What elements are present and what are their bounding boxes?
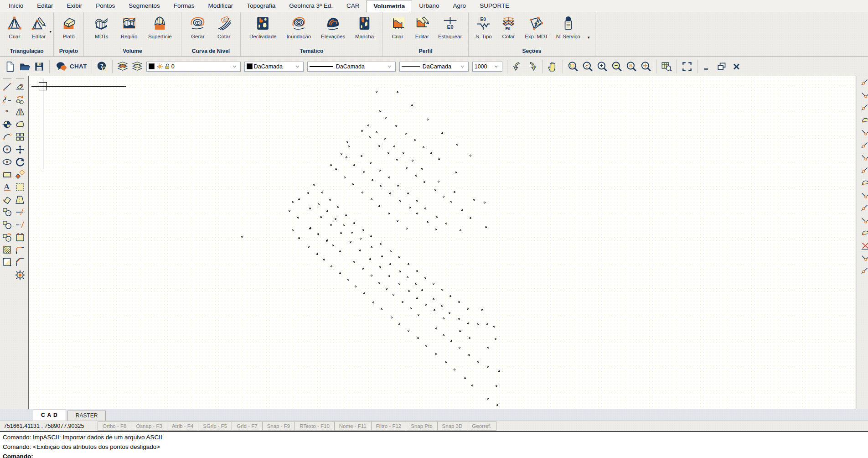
ribbon-item-curva-de-nivel-gerar[interactable]: Gerar	[188, 14, 207, 40]
ribbon-item-secoes-colar[interactable]: E0Colar	[499, 14, 518, 40]
table-search-icon[interactable]	[661, 61, 672, 73]
status-toggle-filtro-f12[interactable]: Filtro - F12	[371, 422, 407, 431]
menu-inicio[interactable]: Início	[2, 0, 30, 12]
pad-icon[interactable]	[15, 232, 26, 243]
cad-canvas[interactable]	[28, 76, 856, 409]
ribbon-item-volume-regiao[interactable]: Região	[119, 14, 139, 40]
trim-icon[interactable]	[15, 207, 26, 218]
snap-frag-d-icon[interactable]	[861, 241, 868, 251]
undo-icon[interactable]	[512, 61, 523, 73]
zoom-dynamic-icon[interactable]	[582, 61, 594, 73]
snap-frag-b-icon[interactable]	[861, 90, 868, 100]
polyline-icon[interactable]	[2, 94, 13, 105]
eraser-icon[interactable]	[15, 81, 26, 92]
new-file-icon[interactable]	[4, 61, 16, 73]
circle-icon[interactable]	[2, 144, 13, 155]
color-combo[interactable]: DaCamada	[244, 62, 304, 72]
snap-frag-b-icon[interactable]	[861, 153, 868, 163]
attrib-edit-icon[interactable]: 8	[2, 232, 13, 243]
array-icon[interactable]	[15, 131, 26, 142]
divide-icon[interactable]	[2, 119, 13, 130]
snap-frag-a-icon[interactable]	[861, 78, 868, 88]
menu-pontos[interactable]: Pontos	[89, 0, 122, 12]
attrib-value-icon[interactable]: 8	[2, 219, 13, 230]
status-toggle-osnap-f3[interactable]: Osnap - F3	[131, 422, 167, 431]
menu-volumetria[interactable]: Volumetria	[367, 0, 413, 12]
scale-combo[interactable]: 1000	[472, 62, 502, 72]
snap-frag-a-icon[interactable]	[861, 166, 868, 176]
menu-topografia[interactable]: Topografia	[240, 0, 282, 12]
menu-suporte[interactable]: SUPORTE	[473, 0, 516, 12]
status-toggle-georref[interactable]: Georref.	[467, 422, 496, 431]
menu-formas[interactable]: Formas	[167, 0, 202, 12]
chamfer-icon[interactable]	[15, 257, 26, 268]
snap-frag-b-icon[interactable]	[861, 191, 868, 201]
rectangle-icon[interactable]	[2, 169, 13, 180]
tab-raster[interactable]: RASTER	[67, 411, 106, 421]
ribbon-item-projeto-plato[interactable]: Platô	[59, 14, 78, 40]
snap-frag-b-icon[interactable]	[861, 253, 868, 263]
zoom-in-icon[interactable]	[596, 61, 608, 73]
ribbon-item-secoes-n-servico[interactable]: N. Serviço	[555, 14, 582, 40]
chevron-down-icon[interactable]	[459, 63, 466, 70]
toolbar-dock-handle[interactable]	[16, 78, 24, 78]
linetype-combo[interactable]: DaCamada	[307, 62, 396, 72]
menu-exibir[interactable]: Exibir	[60, 0, 89, 12]
chevron-down-icon[interactable]	[294, 63, 301, 70]
restore-window-icon[interactable]	[716, 61, 728, 73]
toolbar-dock-handle[interactable]	[3, 78, 11, 78]
close-icon[interactable]	[731, 61, 743, 73]
ribbon-item-perfil-estaquear[interactable]: E0Estaquear	[437, 14, 463, 40]
menu-urbano[interactable]: Urbano	[412, 0, 446, 12]
snap-frag-b-icon[interactable]	[861, 216, 868, 226]
rotate-icon[interactable]	[15, 156, 26, 167]
menu-modificar[interactable]: Modificar	[201, 0, 240, 12]
status-toggle-nome-f11[interactable]: Nome - F11	[334, 422, 372, 431]
cloud-icon[interactable]	[15, 119, 26, 130]
chevron-down-icon[interactable]	[231, 63, 238, 70]
snap-frag-a-icon[interactable]	[861, 141, 868, 151]
ribbon-item-triangulacao-criar[interactable]: Criar	[5, 14, 24, 40]
scale-icon[interactable]	[15, 169, 26, 180]
snap-frag-b-icon[interactable]	[861, 128, 868, 138]
command-console[interactable]: Comando: ImpASCII: Importar dados de um …	[0, 431, 868, 458]
status-toggle-ortho-f8[interactable]: Ortho - F8	[98, 422, 131, 431]
snap-frag-a-icon[interactable]	[861, 203, 868, 213]
menu-segmentos[interactable]: Segmentos	[122, 0, 166, 12]
explode-icon[interactable]	[15, 270, 26, 281]
redo-icon[interactable]	[526, 61, 538, 73]
trapezoid-icon[interactable]	[15, 194, 26, 205]
ribbon-item-perfil-criar[interactable]: Criar	[388, 14, 408, 40]
tab-c-a-d[interactable]: C A D	[33, 410, 66, 421]
status-toggle-snap-3d[interactable]: Snap 3D	[437, 422, 468, 431]
layer-combo[interactable]: 0	[146, 62, 241, 72]
layers-list-icon[interactable]	[131, 61, 143, 73]
snap-frag-c-icon[interactable]	[861, 115, 868, 125]
layers-manager-icon[interactable]	[117, 61, 129, 73]
zoom-out-icon[interactable]	[611, 61, 623, 73]
chevron-down-icon[interactable]	[493, 63, 500, 70]
ribbon-item-secoes-s-tipo[interactable]: E0S. Tipo	[474, 14, 493, 40]
zoom-previous-icon[interactable]	[625, 61, 637, 73]
snap-frag-c-icon[interactable]	[861, 178, 868, 188]
dashed-rect-icon[interactable]	[15, 182, 26, 193]
ribbon-item-tematico-inundacao[interactable]: Inundação	[285, 14, 312, 40]
ribbon-item-curva-de-nivel-cotar[interactable]: 101Cotar	[214, 14, 234, 40]
open-folder-icon[interactable]	[19, 61, 31, 73]
attrib-show-icon[interactable]: B	[2, 207, 13, 218]
point-icon[interactable]	[2, 106, 13, 117]
menu-car[interactable]: CAR	[340, 0, 367, 12]
chevron-down-icon[interactable]	[386, 63, 393, 70]
status-toggle-snap-f9[interactable]: Snap - F9	[262, 422, 295, 431]
line-icon[interactable]	[2, 81, 13, 92]
ribbon-item-tematico-declividade[interactable]: Declividade	[248, 14, 278, 40]
arc-icon[interactable]	[2, 131, 13, 142]
status-toggle-sgrip-f5[interactable]: SGrip - F5	[198, 422, 232, 431]
zoom-extents-icon[interactable]	[640, 61, 652, 73]
snap-frag-a-icon[interactable]	[861, 103, 868, 113]
text-icon[interactable]: A	[2, 182, 13, 193]
hatch-icon[interactable]	[2, 245, 13, 255]
hatch-boundary-icon[interactable]	[2, 257, 13, 268]
save-icon[interactable]	[33, 61, 45, 73]
extend-icon[interactable]	[15, 219, 26, 230]
